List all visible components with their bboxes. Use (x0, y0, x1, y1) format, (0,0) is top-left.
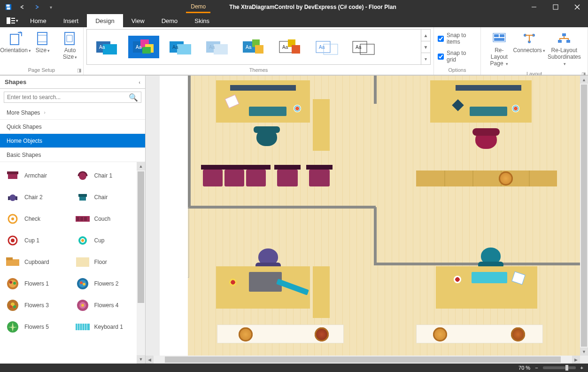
theme-item-6[interactable]: Aa (275, 36, 306, 58)
canvas-hscroll-right[interactable]: ▶ (572, 356, 580, 364)
shapes-search-input[interactable] (7, 94, 129, 101)
qat-customize-icon[interactable]: ▾ (45, 2, 56, 12)
shape-label: Chair 2 (24, 194, 43, 201)
shapes-scroll-thumb[interactable] (138, 171, 144, 303)
canvas-hscroll-thumb[interactable] (165, 356, 561, 363)
cat-basic-shapes[interactable]: Basic Shapes (0, 148, 145, 162)
save-icon[interactable] (3, 2, 14, 12)
shape-item[interactable]: Keyboard 1 (73, 317, 143, 337)
shapes-collapse-icon[interactable]: ‹ (139, 79, 140, 85)
shape-item[interactable]: Cup 1 (3, 231, 73, 250)
canvas-vscroll-thumb[interactable] (581, 85, 587, 347)
application-button[interactable]: ▾ (3, 14, 22, 27)
minimize-button[interactable] (523, 0, 545, 14)
shapes-scroll-up[interactable]: ▲ (137, 162, 145, 170)
shape-item[interactable]: Flowers 1 (3, 274, 73, 294)
theme-item-4[interactable]: Aa (201, 36, 232, 58)
cat-quick-shapes[interactable]: Quick Shapes (0, 120, 145, 134)
shapes-scroll-down[interactable]: ▼ (137, 355, 145, 364)
snap-to-items-checkbox[interactable]: Snap to items (438, 32, 477, 45)
gallery-scroll-down[interactable]: ▼ (421, 41, 430, 53)
shape-icon (76, 234, 90, 247)
main-area: Shapes ‹ 🔍 More Shapes› Quick Shapes Hom… (0, 75, 588, 364)
gallery-expand[interactable]: ▾ (421, 53, 430, 64)
shape-item[interactable]: Chair 2 (3, 187, 73, 207)
canvas-area: ▲ ▼ ◀ ▶ (146, 76, 588, 364)
tab-insert[interactable]: Insert (55, 14, 87, 27)
zoom-in-button[interactable]: + (580, 365, 583, 371)
theme-item-1[interactable]: Aa (92, 36, 123, 58)
maximize-button[interactable] (545, 0, 566, 14)
redo-icon[interactable] (31, 2, 42, 12)
zoom-out-button[interactable]: − (535, 365, 538, 371)
shapes-scrollbar[interactable]: ▲ ▼ (137, 162, 145, 364)
demo-context-tab[interactable]: Demo (186, 1, 210, 13)
svg-text:Aa: Aa (282, 45, 288, 50)
relayout-subordinates-button[interactable]: Re-Layout Subordinates (545, 29, 584, 69)
shape-item[interactable]: Flowers 3 (3, 295, 73, 315)
svg-rect-58 (8, 196, 10, 200)
tab-home[interactable]: Home (22, 14, 55, 27)
shape-list: ArmchairChair 1Chair 2ChairCheckCouchCup… (0, 162, 145, 364)
search-icon[interactable]: 🔍 (129, 93, 138, 102)
relayout-page-button[interactable]: Re-Layout Page (485, 29, 514, 69)
shape-item[interactable]: Cup (73, 231, 143, 250)
shape-label: Floor (94, 259, 107, 265)
snap-to-grid-checkbox[interactable]: Snap to grid (438, 50, 477, 63)
canvas-vscroll-up[interactable]: ▲ (580, 76, 588, 84)
tab-design[interactable]: Design (87, 14, 123, 27)
tab-demo[interactable]: Demo (153, 14, 186, 27)
shapes-search-box[interactable]: 🔍 (4, 92, 141, 103)
canvas-hscroll-left[interactable]: ◀ (146, 356, 154, 364)
cat-home-objects[interactable]: Home Objects (0, 134, 145, 148)
shape-icon (6, 278, 20, 290)
shape-item[interactable]: Couch (73, 209, 143, 229)
connectors-icon (522, 31, 537, 46)
svg-rect-51 (562, 33, 566, 36)
diagram-canvas[interactable] (160, 76, 580, 356)
canvas-vscroll-down[interactable]: ▼ (580, 348, 588, 356)
undo-icon[interactable] (17, 2, 28, 12)
canvas-scrollbar-vertical[interactable]: ▲ ▼ (580, 76, 588, 356)
shape-item[interactable]: Cupboard (3, 252, 73, 272)
shape-label: Armchair (24, 172, 47, 179)
svg-point-79 (13, 282, 16, 285)
shape-item[interactable]: Armchair (3, 166, 73, 186)
theme-item-8[interactable]: Aa (348, 36, 379, 58)
orientation-button[interactable]: Orientation (4, 29, 27, 56)
svg-rect-53 (566, 40, 570, 43)
auto-size-button[interactable]: Auto Size (58, 29, 82, 62)
tab-skins[interactable]: Skins (186, 14, 218, 27)
theme-item-5[interactable]: Aa (238, 36, 269, 58)
svg-rect-36 (292, 45, 300, 54)
tab-view[interactable]: View (123, 14, 153, 27)
theme-item-2[interactable]: Aa (128, 36, 159, 58)
shape-item[interactable]: Flowers 5 (3, 317, 73, 337)
page-setup-dialog-launcher[interactable]: ◨ (77, 68, 81, 73)
connectors-button[interactable]: Connectors (518, 29, 541, 56)
gallery-scroll-up[interactable]: ▲ (421, 30, 430, 41)
shape-item[interactable]: Chair (73, 187, 143, 207)
shape-item[interactable]: Chair 1 (73, 166, 143, 186)
svg-text:Aa: Aa (319, 45, 325, 50)
svg-text:Aa: Aa (99, 45, 105, 50)
shape-item[interactable]: Floor (73, 252, 143, 272)
size-button[interactable]: Size (31, 29, 54, 56)
orientation-icon (8, 31, 23, 46)
theme-item-3[interactable]: Aa (165, 36, 196, 58)
shapes-panel: Shapes ‹ 🔍 More Shapes› Quick Shapes Hom… (0, 76, 146, 364)
theme-item-7[interactable]: Aa (311, 36, 342, 58)
close-button[interactable] (566, 0, 588, 14)
svg-point-78 (9, 281, 12, 284)
cat-more-shapes[interactable]: More Shapes› (0, 106, 145, 120)
shape-item[interactable]: Flowers 2 (73, 274, 143, 294)
canvas-scrollbar-horizontal[interactable]: ◀ ▶ (146, 356, 580, 364)
shape-item[interactable]: Check (3, 209, 73, 229)
zoom-slider[interactable] (543, 366, 576, 369)
shape-item[interactable]: Flowers 4 (73, 295, 143, 315)
shape-icon (6, 213, 20, 225)
relayout-sub-icon (557, 31, 572, 46)
shape-icon (76, 191, 90, 203)
shape-icon (6, 256, 20, 268)
svg-rect-67 (84, 217, 87, 221)
